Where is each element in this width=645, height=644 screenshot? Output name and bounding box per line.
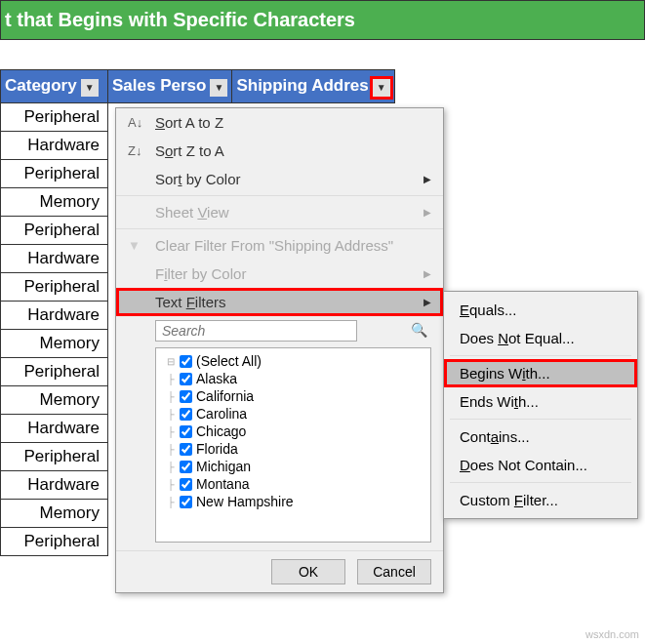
header-label: Sales Perso: [112, 76, 206, 95]
checkbox[interactable]: [180, 496, 192, 508]
table-cell[interactable]: Peripheral: [1, 272, 108, 301]
header-label: Category: [5, 76, 77, 95]
checkbox[interactable]: [180, 443, 192, 456]
checkbox[interactable]: [180, 478, 192, 491]
menu-label: Filter by Color: [155, 265, 246, 282]
list-label: Montana: [196, 476, 249, 492]
table-cell[interactable]: Peripheral: [1, 442, 108, 470]
sort-az-icon: A↓: [128, 115, 155, 130]
header-category[interactable]: Category▼: [1, 70, 108, 103]
checkbox[interactable]: [180, 408, 192, 421]
list-label: Florida: [196, 441, 238, 457]
sort-az[interactable]: A↓Sort A to Z: [116, 108, 443, 137]
table-cell[interactable]: Memory: [1, 329, 108, 357]
list-item[interactable]: ├Michigan: [160, 458, 426, 475]
menu-separator: [450, 419, 631, 420]
list-item[interactable]: ├California: [160, 387, 426, 405]
table-cell[interactable]: Peripheral: [1, 159, 108, 187]
table-cell[interactable]: Hardware: [1, 470, 108, 499]
table-header-row: Category▼ Sales Perso▼ Shipping Addres▼: [1, 70, 395, 103]
chevron-right-icon: ▶: [423, 297, 431, 307]
table-cell[interactable]: Hardware: [1, 301, 108, 329]
table-cell[interactable]: Memory: [1, 499, 108, 527]
list-label: Alaska: [196, 371, 237, 386]
menu-separator: [450, 355, 631, 356]
sort-by-color[interactable]: Sort by Color▶: [116, 165, 443, 193]
sheet-view: Sheet View▶: [116, 198, 443, 226]
button-row: OK Cancel: [116, 550, 443, 592]
table-cell[interactable]: Peripheral: [1, 527, 108, 555]
list-item[interactable]: ├Carolina: [160, 405, 426, 423]
table-cell[interactable]: Peripheral: [1, 357, 108, 385]
funnel-clear-icon: ▼: [128, 238, 155, 253]
list-item[interactable]: ├Chicago: [160, 423, 426, 440]
header-label: Shipping Addres: [236, 76, 368, 95]
filter-by-color: Filter by Color▶: [116, 260, 443, 288]
menu-separator: [116, 195, 443, 196]
dropdown-icon[interactable]: ▼: [210, 79, 227, 97]
dropdown-icon[interactable]: ▼: [81, 79, 99, 97]
list-item[interactable]: ├Florida: [160, 440, 426, 458]
menu-label: Clear Filter From "Shipping Address": [155, 237, 393, 254]
checkbox[interactable]: [180, 355, 192, 368]
search-input[interactable]: [155, 320, 357, 342]
list-item[interactable]: ⊟(Select All): [160, 352, 426, 370]
menu-label: Sort A to Z: [155, 114, 223, 131]
sort-za-icon: Z↓: [128, 143, 155, 158]
list-item[interactable]: ├Montana: [160, 475, 426, 493]
menu-label: Sort Z to A: [155, 142, 224, 159]
clear-filter: ▼Clear Filter From "Shipping Address": [116, 231, 443, 260]
chevron-right-icon: ▶: [423, 207, 431, 218]
menu-separator: [116, 228, 443, 229]
checkbox[interactable]: [180, 390, 192, 403]
menu-separator: [450, 482, 631, 483]
watermark: wsxdn.com: [585, 628, 639, 640]
not-equal-item[interactable]: Does Not Equal...: [444, 324, 637, 352]
list-label: California: [196, 388, 254, 404]
menu-label: Sheet View: [155, 204, 229, 221]
header-sales[interactable]: Sales Perso▼: [108, 70, 232, 103]
ok-button[interactable]: OK: [271, 559, 345, 584]
list-item[interactable]: ├Alaska: [160, 370, 426, 387]
menu-label: Sort by Color: [155, 171, 241, 187]
table-cell[interactable]: Hardware: [1, 131, 108, 159]
not-contain-item[interactable]: Does Not Contain...: [444, 451, 637, 479]
table-cell[interactable]: Memory: [1, 385, 108, 414]
list-label: New Hampshire: [196, 494, 294, 509]
ends-with-item[interactable]: Ends With...: [444, 387, 637, 416]
cancel-button[interactable]: Cancel: [357, 559, 431, 584]
checkbox[interactable]: [180, 373, 192, 385]
checkbox[interactable]: [180, 461, 192, 473]
page-title: t that Begins with Specific Characters: [0, 0, 645, 40]
filter-values-list[interactable]: ⊟(Select All) ├Alaska ├California ├Carol…: [155, 347, 431, 543]
chevron-right-icon: ▶: [423, 268, 431, 279]
list-item[interactable]: ├New Hampshire: [160, 493, 426, 510]
table-cell[interactable]: Peripheral: [1, 216, 108, 244]
filter-dropdown-menu: A↓Sort A to Z Z↓Sort Z to A Sort by Colo…: [115, 107, 444, 593]
header-shipping[interactable]: Shipping Addres▼: [232, 70, 394, 103]
list-label: Carolina: [196, 406, 247, 422]
sort-za[interactable]: Z↓Sort Z to A: [116, 137, 443, 165]
chevron-right-icon: ▶: [423, 174, 431, 184]
custom-filter-item[interactable]: Custom Filter...: [444, 486, 637, 514]
search-row: 🔍: [116, 316, 443, 345]
equals-item[interactable]: Equals...: [444, 296, 637, 324]
dropdown-icon[interactable]: ▼: [373, 79, 390, 97]
table-cell[interactable]: Hardware: [1, 414, 108, 442]
text-filters[interactable]: Text Filters▶: [116, 288, 443, 316]
menu-label: Text Filters: [155, 294, 226, 310]
contains-item[interactable]: Contains...: [444, 423, 637, 451]
text-filters-submenu: Equals... Does Not Equal... Begins With.…: [443, 291, 638, 519]
list-label: (Select All): [196, 353, 262, 369]
begins-with-item[interactable]: Begins With...: [444, 359, 637, 387]
list-label: Chicago: [196, 423, 246, 439]
checkbox[interactable]: [180, 425, 192, 438]
table-cell[interactable]: Memory: [1, 187, 108, 216]
table-cell[interactable]: Peripheral: [1, 102, 108, 131]
table-cell[interactable]: Hardware: [1, 244, 108, 272]
list-label: Michigan: [196, 459, 251, 474]
search-icon[interactable]: 🔍: [411, 322, 427, 338]
